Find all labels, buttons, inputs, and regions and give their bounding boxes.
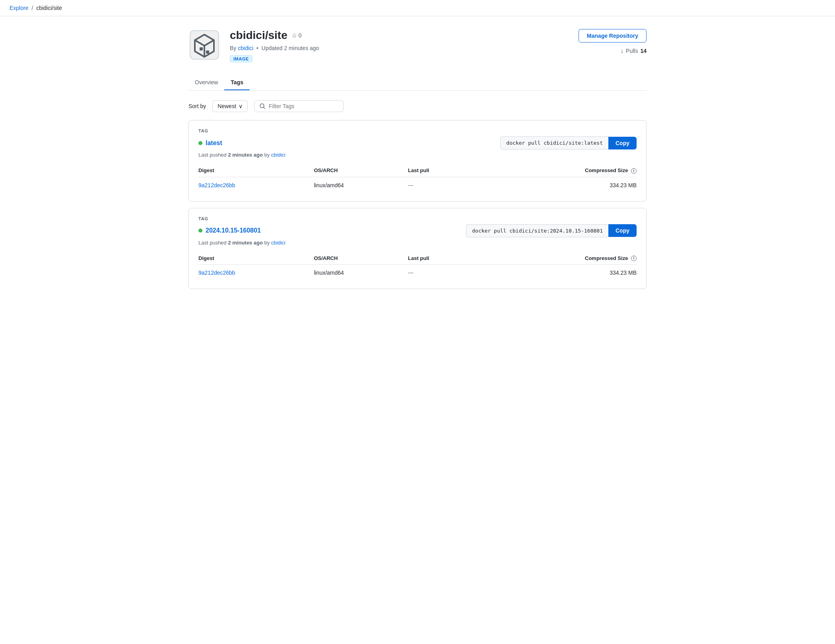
chevron-down-icon: ∨ [239, 103, 243, 109]
copy-button-latest[interactable]: Copy [608, 137, 637, 149]
star-icon: ☆ [291, 32, 297, 39]
tag-row-1: 2024.10.15-160801 docker pull cbidici/si… [198, 224, 637, 237]
repo-title: cbidici/site ☆ 0 [230, 29, 319, 42]
pull-command-0: docker pull cbidici/site:latest [500, 136, 608, 149]
size-0-0: 334.23 MB [475, 177, 637, 193]
image-badge: IMAGE [230, 55, 252, 62]
tag-row-0: latest docker pull cbidici/site:latest C… [198, 136, 637, 149]
filter-bar: Sort by Newest ∨ [188, 100, 647, 112]
repo-header-right: Manage Repository ↓ Pulls 14 [579, 29, 647, 54]
os-arch-1-0: linux/amd64 [314, 265, 408, 281]
col-size-0: Compressed Size i [475, 164, 637, 177]
tag-author-link-0[interactable]: cbidici [271, 152, 285, 158]
digest-table-1: Digest OS/ARCH Last pull Compressed Size… [198, 252, 637, 281]
digest-table-0: Digest OS/ARCH Last pull Compressed Size… [198, 164, 637, 193]
filter-search-box[interactable] [254, 100, 344, 112]
tab-overview[interactable]: Overview [188, 75, 224, 90]
col-digest-0: Digest [198, 164, 314, 177]
main-content: cbidici/site ☆ 0 By cbidici • Updated 2 … [179, 16, 656, 308]
tab-tags[interactable]: Tags [224, 75, 250, 90]
svg-rect-4 [206, 50, 209, 54]
col-lastpull-1: Last pull [408, 252, 475, 265]
col-lastpull-0: Last pull [408, 164, 475, 177]
tag-status-dot [198, 141, 202, 145]
pull-command-row-1: docker pull cbidici/site:2024.10.15-1608… [466, 224, 637, 237]
repo-logo [188, 29, 220, 62]
tag-author-link-1[interactable]: cbidici [271, 240, 285, 246]
last-pull-0-0: --- [408, 177, 475, 193]
pulls-count: 14 [640, 48, 647, 54]
svg-line-6 [264, 107, 265, 109]
pulls-info: ↓ Pulls 14 [620, 47, 647, 54]
copy-button-versioned[interactable]: Copy [608, 224, 637, 237]
compressed-size-info-icon-1[interactable]: i [631, 256, 637, 261]
col-osarch-1: OS/ARCH [314, 252, 408, 265]
col-osarch-0: OS/ARCH [314, 164, 408, 177]
pull-command-1: docker pull cbidici/site:2024.10.15-1608… [466, 224, 608, 237]
last-pull-1-0: --- [408, 265, 475, 281]
tag-meta-1: Last pushed 2 minutes ago by cbidici [198, 240, 637, 246]
filter-tags-input[interactable] [269, 103, 338, 109]
star-count: 0 [299, 32, 302, 39]
pulls-label: Pulls [626, 48, 638, 54]
breadcrumb-current: cbidici/site [36, 5, 62, 11]
search-icon [259, 103, 266, 109]
svg-rect-3 [200, 47, 203, 50]
table-row: 9a212dec26bb linux/amd64 --- 334.23 MB [198, 177, 637, 193]
updated-time: Updated 2 minutes ago [262, 45, 319, 51]
tag-meta-0: Last pushed 2 minutes ago by cbidici [198, 152, 637, 158]
tag-name-latest[interactable]: latest [198, 140, 222, 147]
star-button[interactable]: ☆ 0 [291, 32, 302, 39]
tag-label-1: TAG [198, 216, 637, 221]
table-row: 9a212dec26bb linux/amd64 --- 334.23 MB [198, 265, 637, 281]
digest-link-0-0[interactable]: 9a212dec26bb [198, 182, 235, 188]
breadcrumb-separator: / [31, 5, 33, 11]
digest-link-1-0[interactable]: 9a212dec26bb [198, 270, 235, 276]
breadcrumb-explore[interactable]: Explore [10, 5, 28, 11]
manage-repository-button[interactable]: Manage Repository [579, 29, 647, 43]
size-1-0: 334.23 MB [475, 265, 637, 281]
author-link[interactable]: cbidici [238, 45, 253, 51]
repo-header: cbidici/site ☆ 0 By cbidici • Updated 2 … [188, 29, 647, 62]
tag-card-versioned: TAG 2024.10.15-160801 docker pull cbidic… [188, 208, 647, 289]
pull-command-row-0: docker pull cbidici/site:latest Copy [500, 136, 637, 149]
col-size-1: Compressed Size i [475, 252, 637, 265]
tag-name-versioned[interactable]: 2024.10.15-160801 [198, 227, 261, 234]
os-arch-0-0: linux/amd64 [314, 177, 408, 193]
download-icon: ↓ [620, 47, 623, 54]
tabs: Overview Tags [188, 75, 647, 91]
sort-select[interactable]: Newest ∨ [212, 100, 248, 112]
col-digest-1: Digest [198, 252, 314, 265]
top-nav: Explore / cbidici/site [0, 0, 835, 16]
tag-label-0: TAG [198, 128, 637, 133]
repo-info: cbidici/site ☆ 0 By cbidici • Updated 2 … [230, 29, 319, 62]
compressed-size-info-icon-0[interactable]: i [631, 168, 637, 174]
repo-header-left: cbidici/site ☆ 0 By cbidici • Updated 2 … [188, 29, 319, 62]
repo-meta: By cbidici • Updated 2 minutes ago [230, 45, 319, 51]
tag-card-latest: TAG latest docker pull cbidici/site:late… [188, 120, 647, 202]
sort-value: Newest [217, 103, 236, 109]
sort-label: Sort by [188, 103, 206, 109]
tag-status-dot-1 [198, 229, 202, 233]
